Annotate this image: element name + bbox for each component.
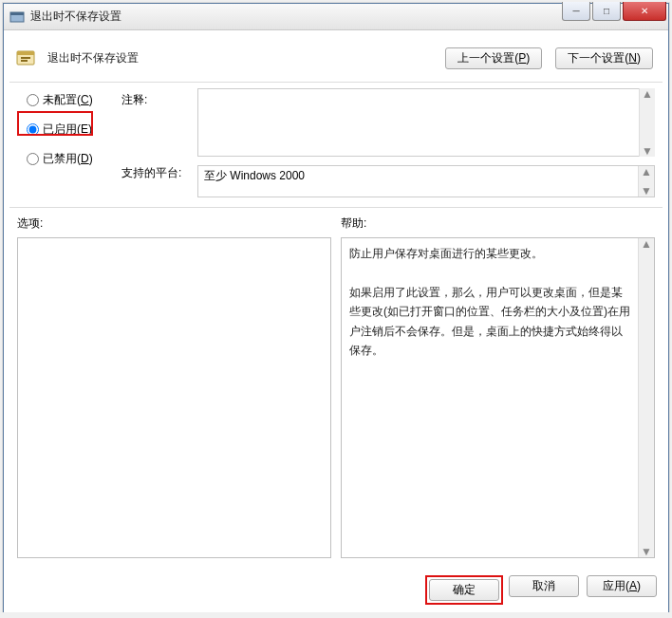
svg-rect-5: [21, 60, 28, 62]
policy-title: 退出时不保存设置: [47, 50, 432, 66]
platform-label: 支持的平台:: [121, 165, 197, 181]
dialog-button-row: 确定 取消 应用(A): [425, 575, 657, 605]
titlebar: 退出时不保存设置 ─ □ ✕: [4, 4, 668, 30]
radio-disabled-input[interactable]: [27, 153, 39, 165]
cancel-button[interactable]: 取消: [509, 575, 579, 597]
help-p1: 防止用户保存对桌面进行的某些更改。: [349, 244, 633, 263]
scroll-down-icon[interactable]: ▼: [641, 546, 652, 557]
client-area: 退出时不保存设置 上一个设置(P) 下一个设置(N) 未配置(C) 已启用(E)…: [9, 34, 663, 609]
scroll-up-icon[interactable]: ▲: [641, 166, 652, 178]
config-zone: 未配置(C) 已启用(E) 已禁用(D) 注释: 支持的平台:: [9, 83, 663, 197]
scroll-up-icon[interactable]: ▲: [641, 238, 652, 250]
radio-not-configured[interactable]: 未配置(C): [27, 92, 121, 108]
next-setting-button[interactable]: 下一个设置(N): [555, 47, 653, 69]
options-label: 选项:: [17, 215, 331, 232]
radio-not-configured-label: 未配置(C): [43, 92, 93, 108]
radio-not-configured-input[interactable]: [27, 94, 39, 106]
help-p2: 如果启用了此设置，那么，用户可以更改桌面，但是某些更改(如已打开窗口的位置、任务…: [349, 283, 633, 361]
scroll-down-icon[interactable]: ▼: [641, 185, 652, 197]
scroll-down-icon[interactable]: ▼: [642, 145, 653, 157]
radio-disabled[interactable]: 已禁用(D): [27, 151, 121, 167]
minimize-button[interactable]: ─: [562, 2, 590, 21]
radio-disabled-label: 已禁用(D): [43, 151, 93, 167]
scrollbar[interactable]: ▲ ▼: [638, 238, 654, 557]
comment-label: 注释:: [121, 92, 197, 108]
svg-rect-3: [17, 51, 34, 55]
svg-rect-1: [10, 12, 24, 15]
close-button[interactable]: ✕: [623, 2, 666, 21]
field-column: ▲ ▼ 至少 Windows 2000 ▲ ▼: [197, 88, 655, 197]
window-controls: ─ □ ✕: [562, 2, 668, 21]
label-column: 注释: 支持的平台:: [121, 88, 197, 197]
scroll-up-icon[interactable]: ▲: [642, 88, 653, 100]
apply-button[interactable]: 应用(A): [587, 575, 657, 597]
supported-platform-box: 至少 Windows 2000 ▲ ▼: [197, 165, 655, 197]
svg-rect-4: [21, 57, 30, 59]
divider: [9, 207, 663, 208]
highlight-ok-button: 确定: [425, 575, 503, 605]
scrollbar[interactable]: ▲ ▼: [638, 166, 654, 197]
options-pane: [17, 237, 331, 558]
header-strip: 退出时不保存设置 上一个设置(P) 下一个设置(N): [9, 34, 663, 76]
help-text: 防止用户保存对桌面进行的某些更改。 如果启用了此设置，那么，用户可以更改桌面，但…: [342, 238, 654, 365]
platform-value: 至少 Windows 2000: [204, 169, 305, 182]
app-icon: [9, 9, 25, 25]
scrollbar[interactable]: ▲ ▼: [639, 88, 655, 157]
radio-column: 未配置(C) 已启用(E) 已禁用(D): [17, 88, 121, 197]
help-pane: 防止用户保存对桌面进行的某些更改。 如果启用了此设置，那么，用户可以更改桌面，但…: [341, 237, 655, 558]
policy-icon: [15, 47, 36, 68]
split-zone: 选项: 帮助: 防止用户保存对桌面进行的某些更改。 如果启用了此设置，那么，用户…: [9, 215, 663, 558]
radio-enabled[interactable]: 已启用(E): [27, 122, 121, 138]
radio-enabled-label: 已启用(E): [43, 122, 92, 138]
maximize-button[interactable]: □: [592, 2, 621, 21]
radio-enabled-input[interactable]: [27, 123, 39, 136]
dialog-window: 退出时不保存设置 ─ □ ✕ 退出时不保存设置 上一个设置(P) 下一个设置(N…: [3, 3, 669, 612]
window-title: 退出时不保存设置: [30, 9, 121, 25]
ok-button[interactable]: 确定: [429, 579, 499, 601]
comment-textarea[interactable]: [197, 88, 655, 157]
help-label: 帮助:: [341, 215, 655, 232]
previous-setting-button[interactable]: 上一个设置(P): [445, 47, 542, 69]
